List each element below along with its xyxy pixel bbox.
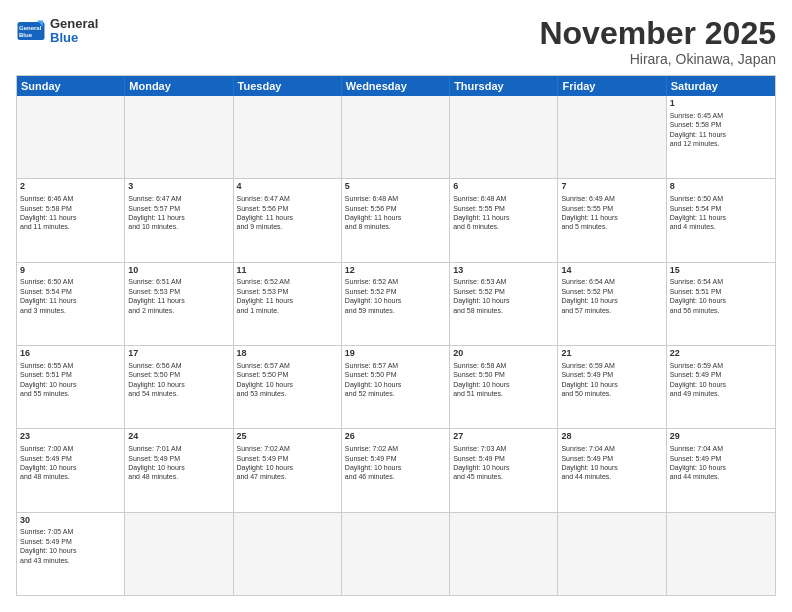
- day-number: 23: [20, 431, 121, 443]
- calendar-cell: 25Sunrise: 7:02 AM Sunset: 5:49 PM Dayli…: [234, 429, 342, 511]
- svg-text:Blue: Blue: [19, 32, 33, 38]
- logo-text: General Blue: [50, 17, 98, 46]
- day-number: 14: [561, 265, 662, 277]
- cell-info: Sunrise: 6:54 AM Sunset: 5:51 PM Dayligh…: [670, 277, 772, 315]
- day-number: 9: [20, 265, 121, 277]
- calendar-cell: 15Sunrise: 6:54 AM Sunset: 5:51 PM Dayli…: [667, 263, 775, 345]
- day-number: 25: [237, 431, 338, 443]
- cell-info: Sunrise: 6:54 AM Sunset: 5:52 PM Dayligh…: [561, 277, 662, 315]
- calendar-cell: 22Sunrise: 6:59 AM Sunset: 5:49 PM Dayli…: [667, 346, 775, 428]
- calendar-row-2: 9Sunrise: 6:50 AM Sunset: 5:54 PM Daylig…: [17, 262, 775, 345]
- cell-info: Sunrise: 6:55 AM Sunset: 5:51 PM Dayligh…: [20, 361, 121, 399]
- day-number: 6: [453, 181, 554, 193]
- calendar-cell: 1Sunrise: 6:45 AM Sunset: 5:58 PM Daylig…: [667, 96, 775, 178]
- day-number: 15: [670, 265, 772, 277]
- cell-info: Sunrise: 7:03 AM Sunset: 5:49 PM Dayligh…: [453, 444, 554, 482]
- calendar-cell: 29Sunrise: 7:04 AM Sunset: 5:49 PM Dayli…: [667, 429, 775, 511]
- calendar-row-1: 2Sunrise: 6:46 AM Sunset: 5:58 PM Daylig…: [17, 178, 775, 261]
- cell-info: Sunrise: 6:57 AM Sunset: 5:50 PM Dayligh…: [237, 361, 338, 399]
- calendar-cell: 11Sunrise: 6:52 AM Sunset: 5:53 PM Dayli…: [234, 263, 342, 345]
- cell-info: Sunrise: 6:58 AM Sunset: 5:50 PM Dayligh…: [453, 361, 554, 399]
- header-cell-sunday: Sunday: [17, 76, 125, 96]
- day-number: 11: [237, 265, 338, 277]
- cell-info: Sunrise: 7:02 AM Sunset: 5:49 PM Dayligh…: [345, 444, 446, 482]
- cell-info: Sunrise: 6:53 AM Sunset: 5:52 PM Dayligh…: [453, 277, 554, 315]
- logo: General Blue General Blue: [16, 16, 98, 46]
- calendar-cell: 21Sunrise: 6:59 AM Sunset: 5:49 PM Dayli…: [558, 346, 666, 428]
- day-number: 2: [20, 181, 121, 193]
- logo-general-text: General: [50, 17, 98, 31]
- cell-info: Sunrise: 6:50 AM Sunset: 5:54 PM Dayligh…: [670, 194, 772, 232]
- header-cell-saturday: Saturday: [667, 76, 775, 96]
- calendar-row-3: 16Sunrise: 6:55 AM Sunset: 5:51 PM Dayli…: [17, 345, 775, 428]
- calendar-cell: 13Sunrise: 6:53 AM Sunset: 5:52 PM Dayli…: [450, 263, 558, 345]
- calendar-cell: [558, 513, 666, 595]
- cell-info: Sunrise: 6:46 AM Sunset: 5:58 PM Dayligh…: [20, 194, 121, 232]
- calendar-cell: 7Sunrise: 6:49 AM Sunset: 5:55 PM Daylig…: [558, 179, 666, 261]
- day-number: 3: [128, 181, 229, 193]
- calendar-cell: 12Sunrise: 6:52 AM Sunset: 5:52 PM Dayli…: [342, 263, 450, 345]
- cell-info: Sunrise: 6:49 AM Sunset: 5:55 PM Dayligh…: [561, 194, 662, 232]
- cell-info: Sunrise: 6:52 AM Sunset: 5:52 PM Dayligh…: [345, 277, 446, 315]
- calendar-cell: [450, 513, 558, 595]
- day-number: 17: [128, 348, 229, 360]
- calendar-cell: [17, 96, 125, 178]
- day-number: 8: [670, 181, 772, 193]
- location-subtitle: Hirara, Okinawa, Japan: [539, 51, 776, 67]
- cell-info: Sunrise: 6:47 AM Sunset: 5:56 PM Dayligh…: [237, 194, 338, 232]
- cell-info: Sunrise: 6:52 AM Sunset: 5:53 PM Dayligh…: [237, 277, 338, 315]
- calendar-cell: [342, 513, 450, 595]
- day-number: 29: [670, 431, 772, 443]
- header-cell-wednesday: Wednesday: [342, 76, 450, 96]
- calendar-cell: 8Sunrise: 6:50 AM Sunset: 5:54 PM Daylig…: [667, 179, 775, 261]
- calendar-cell: 3Sunrise: 6:47 AM Sunset: 5:57 PM Daylig…: [125, 179, 233, 261]
- calendar-cell: 30Sunrise: 7:05 AM Sunset: 5:49 PM Dayli…: [17, 513, 125, 595]
- calendar-cell: 27Sunrise: 7:03 AM Sunset: 5:49 PM Dayli…: [450, 429, 558, 511]
- calendar-cell: [125, 96, 233, 178]
- calendar-cell: 10Sunrise: 6:51 AM Sunset: 5:53 PM Dayli…: [125, 263, 233, 345]
- cell-info: Sunrise: 7:04 AM Sunset: 5:49 PM Dayligh…: [561, 444, 662, 482]
- calendar-cell: 4Sunrise: 6:47 AM Sunset: 5:56 PM Daylig…: [234, 179, 342, 261]
- day-number: 24: [128, 431, 229, 443]
- title-block: November 2025 Hirara, Okinawa, Japan: [539, 16, 776, 67]
- header-cell-friday: Friday: [558, 76, 666, 96]
- calendar-cell: 9Sunrise: 6:50 AM Sunset: 5:54 PM Daylig…: [17, 263, 125, 345]
- day-number: 7: [561, 181, 662, 193]
- header-cell-tuesday: Tuesday: [234, 76, 342, 96]
- calendar-cell: 17Sunrise: 6:56 AM Sunset: 5:50 PM Dayli…: [125, 346, 233, 428]
- month-title: November 2025: [539, 16, 776, 51]
- cell-info: Sunrise: 6:48 AM Sunset: 5:56 PM Dayligh…: [345, 194, 446, 232]
- calendar-cell: 16Sunrise: 6:55 AM Sunset: 5:51 PM Dayli…: [17, 346, 125, 428]
- day-number: 4: [237, 181, 338, 193]
- cell-info: Sunrise: 6:59 AM Sunset: 5:49 PM Dayligh…: [561, 361, 662, 399]
- calendar-cell: [234, 96, 342, 178]
- day-number: 26: [345, 431, 446, 443]
- day-number: 13: [453, 265, 554, 277]
- calendar-cell: 26Sunrise: 7:02 AM Sunset: 5:49 PM Dayli…: [342, 429, 450, 511]
- calendar-cell: [125, 513, 233, 595]
- cell-info: Sunrise: 6:47 AM Sunset: 5:57 PM Dayligh…: [128, 194, 229, 232]
- generalblue-logo-icon: General Blue: [16, 16, 46, 46]
- calendar-cell: 24Sunrise: 7:01 AM Sunset: 5:49 PM Dayli…: [125, 429, 233, 511]
- day-number: 12: [345, 265, 446, 277]
- calendar: SundayMondayTuesdayWednesdayThursdayFrid…: [16, 75, 776, 596]
- calendar-cell: 28Sunrise: 7:04 AM Sunset: 5:49 PM Dayli…: [558, 429, 666, 511]
- calendar-cell: 23Sunrise: 7:00 AM Sunset: 5:49 PM Dayli…: [17, 429, 125, 511]
- calendar-cell: 20Sunrise: 6:58 AM Sunset: 5:50 PM Dayli…: [450, 346, 558, 428]
- calendar-cell: [342, 96, 450, 178]
- calendar-cell: [558, 96, 666, 178]
- calendar-body: 1Sunrise: 6:45 AM Sunset: 5:58 PM Daylig…: [17, 96, 775, 595]
- cell-info: Sunrise: 6:48 AM Sunset: 5:55 PM Dayligh…: [453, 194, 554, 232]
- svg-text:General: General: [19, 25, 42, 31]
- header-cell-monday: Monday: [125, 76, 233, 96]
- calendar-cell: 2Sunrise: 6:46 AM Sunset: 5:58 PM Daylig…: [17, 179, 125, 261]
- cell-info: Sunrise: 6:56 AM Sunset: 5:50 PM Dayligh…: [128, 361, 229, 399]
- cell-info: Sunrise: 6:59 AM Sunset: 5:49 PM Dayligh…: [670, 361, 772, 399]
- day-number: 22: [670, 348, 772, 360]
- day-number: 27: [453, 431, 554, 443]
- cell-info: Sunrise: 6:57 AM Sunset: 5:50 PM Dayligh…: [345, 361, 446, 399]
- cell-info: Sunrise: 7:04 AM Sunset: 5:49 PM Dayligh…: [670, 444, 772, 482]
- day-number: 10: [128, 265, 229, 277]
- cell-info: Sunrise: 7:01 AM Sunset: 5:49 PM Dayligh…: [128, 444, 229, 482]
- calendar-cell: 6Sunrise: 6:48 AM Sunset: 5:55 PM Daylig…: [450, 179, 558, 261]
